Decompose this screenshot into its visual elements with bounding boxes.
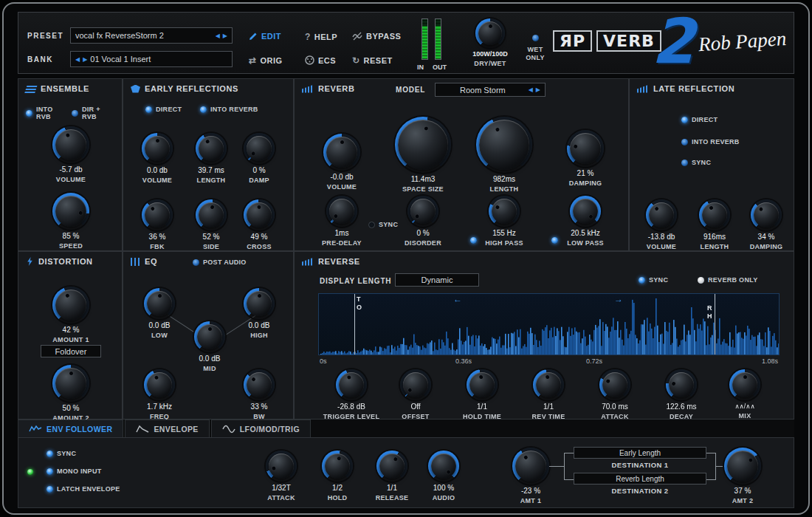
reverse-sync-radio[interactable] [639,277,645,284]
latch-envelope-option[interactable]: LATCH ENVELOPE [47,485,120,493]
destination2-selector[interactable]: Reverb Length [574,473,706,485]
distortion-amount1-knob[interactable] [52,287,89,323]
early-into-reverb-radio[interactable] [200,106,207,113]
model-prev-icon[interactable]: ◀ [529,86,533,93]
late-direct-option[interactable]: DIRECT [681,116,718,123]
eq-high-knob[interactable] [244,288,275,319]
late-direct-radio[interactable] [681,117,688,123]
late-damping-knob[interactable] [751,199,782,230]
edit-button[interactable]: EDIT [249,32,281,41]
ensemble-dir-rvb-option[interactable]: DIR + RVB [72,106,107,121]
env-sync-radio[interactable] [47,451,53,457]
rev-hold-marker-line[interactable] [715,294,715,355]
eq-post-audio-option[interactable]: POST AUDIO [193,258,247,266]
wet-only-option[interactable]: WET ONLY [519,35,551,62]
eq-freq-knob[interactable] [144,369,175,400]
model-next-icon[interactable]: ▶ [536,86,540,93]
into-rvb-radio[interactable] [26,110,32,117]
env-attack-knob[interactable] [266,451,297,482]
reverse-decay-knob[interactable] [666,369,697,400]
late-length-knob[interactable] [699,199,730,230]
distortion-amount2-knob[interactable] [52,365,89,402]
waveform-canvas[interactable] [319,294,780,355]
reverse-mix-knob[interactable] [729,369,760,400]
bypass-button[interactable]: BYPASS [352,32,401,41]
early-direct-option[interactable]: DIRECT [145,106,182,113]
tab-env-follower[interactable]: ENV FOLLOWER [18,420,123,437]
preset-next-icon[interactable]: ▶ [223,32,227,39]
reverse-waveform-display[interactable]: ← → T O R H [318,293,780,355]
reverb-volume-knob[interactable] [323,134,360,171]
tab-envelope[interactable]: ENVELOPE [125,420,209,437]
reverb-space-size-knob[interactable] [395,117,451,173]
high-pass-enable-radio[interactable] [470,237,477,244]
early-damp-knob[interactable] [244,133,275,164]
rev-time-knob[interactable] [533,369,564,400]
reverb-sync-option[interactable]: SYNC [368,221,398,228]
reverse-attack-knob[interactable] [599,369,630,400]
drywet-knob[interactable] [475,18,505,48]
late-sync-radio[interactable] [681,160,688,166]
reverb-pre-delay-knob[interactable] [326,196,357,227]
early-side-knob[interactable] [196,199,227,230]
reverse-sync-option[interactable]: SYNC [639,276,668,284]
reverb-only-radio[interactable] [698,277,704,284]
trigger-marker-line[interactable] [354,294,355,355]
hold-time-knob[interactable] [467,369,498,400]
late-volume-knob[interactable] [646,199,677,230]
reverb-only-option[interactable]: REVERB ONLY [698,276,757,284]
reverb-low-pass-knob[interactable] [570,196,601,227]
trigger-level-knob[interactable] [336,369,367,400]
eq-low-knob[interactable] [144,288,175,319]
amt1-knob[interactable] [512,448,549,485]
bank-next-icon[interactable]: ▶ [83,56,87,63]
ensemble-volume-knob[interactable] [52,126,89,163]
eq-mid-knob[interactable] [194,321,225,352]
early-volume-knob[interactable] [142,133,173,164]
orig-button[interactable]: ⇄ ORIG [249,55,283,66]
preset-prev-icon[interactable]: ◀ [216,32,220,39]
reset-button[interactable]: ↻ RESET [352,55,393,66]
destination1-selector[interactable]: Early Length [574,447,706,459]
early-direct-radio[interactable] [145,106,152,113]
reverb-sync-radio[interactable] [368,222,375,228]
bank-selector[interactable]: ◀ ▶ 01 Vocal 1 Insert [70,51,233,67]
mono-input-option[interactable]: MONO INPUT [47,468,102,475]
range-left-arrow-icon[interactable]: ← [453,294,462,304]
early-into-reverb-option[interactable]: INTO REVERB [200,106,258,113]
reverb-disorder-knob[interactable] [407,196,438,227]
preset-selector[interactable]: vocal fx ReverseStorm 2 ◀ ▶ [70,27,233,44]
env-release-knob[interactable] [376,451,407,482]
early-length-knob[interactable] [196,133,227,164]
amt2-knob[interactable] [724,448,761,485]
display-length-selector[interactable]: Dynamic [395,273,479,287]
reverb-model-selector[interactable]: Room Storm ◀ ▶ [435,83,546,97]
env-sync-option[interactable]: SYNC [47,450,76,457]
mono-input-radio[interactable] [47,468,53,475]
low-pass-enable-radio[interactable] [551,237,558,244]
eq-bw-knob[interactable] [244,369,275,400]
tab-lfo-mod-trig[interactable]: LFO/MOD/TRIG [211,420,311,437]
reverb-damping-knob[interactable] [567,130,604,167]
wet-only-radio[interactable] [532,35,539,41]
help-button[interactable]: ? HELP [305,32,337,42]
early-fbk-knob[interactable] [142,199,173,230]
early-cross-knob[interactable] [244,199,275,230]
ensemble-into-rvb-option[interactable]: INTO RVB [26,106,61,121]
env-hold-knob[interactable] [322,451,353,482]
post-audio-radio[interactable] [193,259,199,266]
late-into-reverb-option[interactable]: INTO REVERB [681,138,740,145]
env-audio-knob[interactable] [428,451,459,482]
latch-envelope-radio[interactable] [47,486,53,493]
offset-knob[interactable] [400,369,431,400]
ensemble-speed-knob[interactable] [52,193,89,230]
ecs-button[interactable]: ECS [305,55,336,65]
late-into-reverb-radio[interactable] [681,139,688,145]
reverb-length-knob[interactable] [476,117,532,173]
bank-prev-icon[interactable]: ◀ [75,56,80,63]
dir-rvb-radio[interactable] [72,110,78,117]
range-right-arrow-icon[interactable]: → [614,294,623,304]
late-sync-option[interactable]: SYNC [681,159,711,166]
distortion-type-selector[interactable]: Foldover [41,345,101,357]
reverb-high-pass-knob[interactable] [489,196,520,227]
